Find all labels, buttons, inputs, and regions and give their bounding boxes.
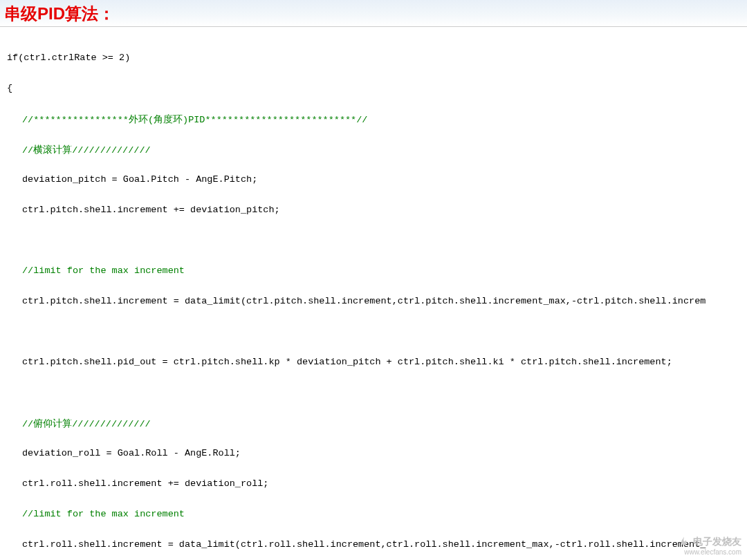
- code-line: deviation_pitch = Goal.Pitch - AngE.Pitc…: [0, 172, 747, 187]
- code-line: [0, 324, 747, 339]
- code-line: //俯仰计算//////////////: [0, 416, 747, 431]
- code-line: deviation_roll = Goal.Roll - AngE.Roll;: [0, 446, 747, 461]
- code-line: {: [0, 81, 747, 96]
- code-line: ctrl.roll.shell.increment = data_limit(c…: [0, 537, 747, 552]
- code-line: //limit for the max increment: [0, 263, 747, 279]
- page-header: 串级PID算法：: [0, 0, 747, 27]
- code-block: if(ctrl.ctrlRate >= 2) { //*************…: [0, 27, 747, 560]
- code-line: ctrl.pitch.shell.pid_out = ctrl.pitch.sh…: [0, 355, 747, 370]
- code-line: ctrl.pitch.shell.increment = data_limit(…: [0, 294, 747, 309]
- code-line: //横滚计算//////////////: [0, 142, 747, 157]
- code-line: ctrl.roll.shell.increment += deviation_r…: [0, 476, 747, 492]
- code-line: [0, 233, 747, 248]
- code-line: ctrl.pitch.shell.increment += deviation_…: [0, 203, 747, 218]
- page-title: 串级PID算法：: [4, 4, 115, 23]
- code-line: [0, 385, 747, 400]
- code-line: //limit for the max increment: [0, 507, 747, 522]
- code-line: if(ctrl.ctrlRate >= 2): [0, 50, 747, 66]
- code-line: //*****************外环(角度环)PID***********…: [0, 111, 747, 127]
